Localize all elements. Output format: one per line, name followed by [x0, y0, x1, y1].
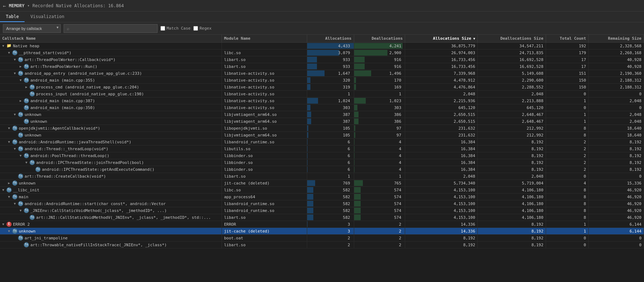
table-row[interactable]: fn art::JNI::CallStaticVoidMethodV(_JNIE… — [0, 214, 644, 221]
alloc-size-cell: 645,120 — [405, 104, 478, 111]
table-row[interactable]: ▼ fn android::AndroidRuntime::start(char… — [0, 200, 644, 207]
col-allocations[interactable]: Allocations — [307, 35, 354, 43]
node-icon: fn — [18, 235, 23, 240]
table-row[interactable]: ▼ E ERROR 2 ERROR 3 2 14,336 8,192 1 6,1… — [0, 221, 644, 228]
table-row[interactable]: ▼ 📁 Native heap 4,433 4,241 36,875,779 3… — [0, 43, 644, 49]
table-row[interactable]: ▶ fn process_cmd (android_native_app_glu… — [0, 84, 644, 91]
expand-icon[interactable]: ▼ — [19, 154, 22, 157]
table-row[interactable]: ▼ fn __pthread_start(void*) libc.so 3,07… — [0, 49, 644, 56]
expand-icon[interactable]: ▶ — [19, 65, 22, 68]
alloc-cell: 320 — [307, 77, 354, 84]
table-row[interactable]: ▼ fn _JNIEnv::CallStaticVoidMethod(_jcla… — [0, 207, 644, 214]
expand-icon[interactable]: ▼ — [13, 147, 17, 151]
error-icon: E — [7, 222, 12, 227]
table-row[interactable]: ▼ fn android_app_entry (android_native_a… — [0, 70, 644, 77]
module-cell: libnative-activity.so — [222, 91, 307, 97]
expand-icon[interactable]: ▼ — [1, 188, 5, 192]
table-row[interactable]: fn unknown libjvmtiagent_arm64.so 387 38… — [0, 118, 644, 125]
expand-icon[interactable]: ▼ — [13, 113, 17, 116]
expand-icon[interactable]: ▼ — [7, 195, 11, 199]
regex-checkbox[interactable] — [193, 26, 198, 31]
table-row[interactable]: ▼ fn main app_process64 582 574 4,153,10… — [0, 194, 644, 200]
module-cell: boot.oat — [222, 235, 307, 242]
node-icon: fn — [18, 174, 23, 179]
module-cell: libjvmtiagent_arm64.so — [222, 118, 307, 125]
table-row[interactable]: ▼ fn unknown jit-cache (deleted) 3 2 14,… — [0, 228, 644, 235]
expand-icon[interactable]: ▼ — [13, 58, 17, 61]
col-total-count[interactable]: Total Count — [546, 35, 588, 43]
table-row[interactable]: ▶ fn android_main (main.cpp:387) libnati… — [0, 97, 644, 104]
table-row[interactable]: ▼ fn android::Thread::_threadLoop(void*)… — [0, 146, 644, 152]
total-count-cell: 1 — [546, 118, 588, 125]
regex-label[interactable]: Regex — [193, 26, 211, 31]
table-row[interactable]: fn android_main (main.cpp:350) libnative… — [0, 104, 644, 111]
expand-icon[interactable]: ▶ — [25, 85, 28, 89]
expand-icon[interactable]: ▼ — [25, 161, 28, 164]
table-row[interactable]: fn unknown libjvmtiagent_arm64.so 105 97… — [0, 132, 644, 139]
table-row[interactable]: ▼ fn openjdkjvmti::AgentCallback(void*) … — [0, 125, 644, 132]
col-alloc-size[interactable]: Allocations Size — [405, 35, 478, 43]
expand-icon[interactable]: ▼ — [1, 44, 5, 48]
callstack-cell: ▼ fn __libc_init — [0, 187, 222, 194]
expand-icon[interactable]: ▼ — [7, 229, 11, 233]
tab-table[interactable]: Table — [0, 12, 25, 22]
col-deallocations[interactable]: Deallocations — [354, 35, 405, 43]
dealloc-size-cell: 2,288,552 — [477, 84, 546, 91]
module-cell: libandroid_runtime.so — [222, 200, 307, 207]
callstack-cell: ▼ fn android::AndroidRuntime::javaThread… — [0, 139, 222, 146]
remaining-size-cell: 18,640 — [588, 132, 644, 139]
expand-icon[interactable]: ▼ — [19, 78, 22, 82]
dealloc-size-cell: 2,290,600 — [477, 77, 546, 84]
arrange-select[interactable]: Arrange by callstack — [3, 24, 61, 33]
expand-icon[interactable]: ▶ — [19, 99, 22, 103]
col-callstack[interactable]: Callstack Name — [0, 35, 222, 43]
alloc-cell: 582 — [307, 194, 354, 200]
table-row[interactable]: ▼ fn android::AndroidRuntime::javaThread… — [0, 139, 644, 146]
alloc-cell: 105 — [307, 132, 354, 139]
total-count-cell: 1 — [546, 221, 588, 228]
callstack-name: android::IPCThreadState::joinThreadPool(… — [36, 160, 144, 165]
col-module[interactable]: Module Name — [222, 35, 307, 43]
tab-visualization[interactable]: Visualization — [25, 12, 70, 22]
expand-icon[interactable]: ▼ — [13, 71, 17, 75]
module-cell: jit-cache (deleted) — [222, 228, 307, 235]
search-input[interactable] — [64, 24, 158, 33]
expand-icon[interactable]: ▶ — [7, 181, 11, 185]
table-row[interactable]: fn art::Thread::CreateCallback(void*) li… — [0, 173, 644, 180]
alloc-cell: 6 — [307, 146, 354, 152]
table-row[interactable]: ▶ fn unknown jit-cache (deleted) 769 765… — [0, 180, 644, 187]
expand-icon[interactable]: ▼ — [7, 51, 11, 55]
col-remaining-size[interactable]: Remaining Size — [588, 35, 644, 43]
dealloc-cell: 4 — [354, 146, 405, 152]
back-button[interactable]: ← — [3, 3, 6, 9]
match-case-label[interactable]: Match Case — [160, 26, 190, 31]
table-row[interactable]: ▼ fn android::IPCThreadState::joinThread… — [0, 159, 644, 166]
table-row[interactable]: fn process_input (android_native_app_glu… — [0, 91, 644, 97]
callstack-cell: ▶ fn art::ThreadPoolWorker::Run() — [0, 63, 222, 70]
table-row[interactable]: ▼ fn unknown libjvmtiagent_arm64.so 387 … — [0, 111, 644, 118]
callstack-name: Native heap — [13, 44, 39, 48]
table-row[interactable]: fn android::IPCThreadState::getAndExecut… — [0, 166, 644, 173]
remaining-size-cell: 46,920 — [588, 214, 644, 221]
table-row[interactable]: fn art::Throwable_nativeFillInStackTrace… — [0, 242, 644, 248]
match-case-checkbox[interactable] — [160, 26, 165, 31]
total-count-cell: 151 — [546, 70, 588, 77]
table-row[interactable]: ▼ fn android::PoolThread::threadLoop() l… — [0, 152, 644, 159]
expand-icon[interactable]: ▼ — [19, 209, 22, 212]
total-count-cell: 8 — [546, 214, 588, 221]
node-icon: fn — [24, 105, 29, 110]
top-bar: ← MEMORY ▾ Recorded Native Allocations: … — [0, 0, 644, 12]
table-row[interactable]: ▼ fn __libc_init libc.so 582 574 4,153,1… — [0, 187, 644, 194]
table-row[interactable]: ▶ fn art::ThreadPoolWorker::Run() libart… — [0, 63, 644, 70]
table-row[interactable]: fn art_jni_trampoline boot.oat 2 2 8,192… — [0, 235, 644, 242]
remaining-size-cell: 6,144 — [588, 221, 644, 228]
expand-icon[interactable]: ▼ — [7, 126, 11, 130]
expand-icon[interactable]: ▼ — [13, 202, 17, 205]
dealloc-size-cell: 2,648,467 — [477, 118, 546, 125]
expand-icon[interactable]: ▼ — [7, 140, 11, 144]
table-row[interactable]: ▼ fn android_main (main.cpp:355) libnati… — [0, 77, 644, 84]
col-dealloc-size[interactable]: Deallocations Size — [477, 35, 546, 43]
expand-icon[interactable]: ▼ — [1, 222, 5, 226]
table-row[interactable]: ▼ fn art::ThreadPoolWorker::Callback(voi… — [0, 56, 644, 63]
app-dropdown-icon[interactable]: ▾ — [27, 4, 30, 8]
